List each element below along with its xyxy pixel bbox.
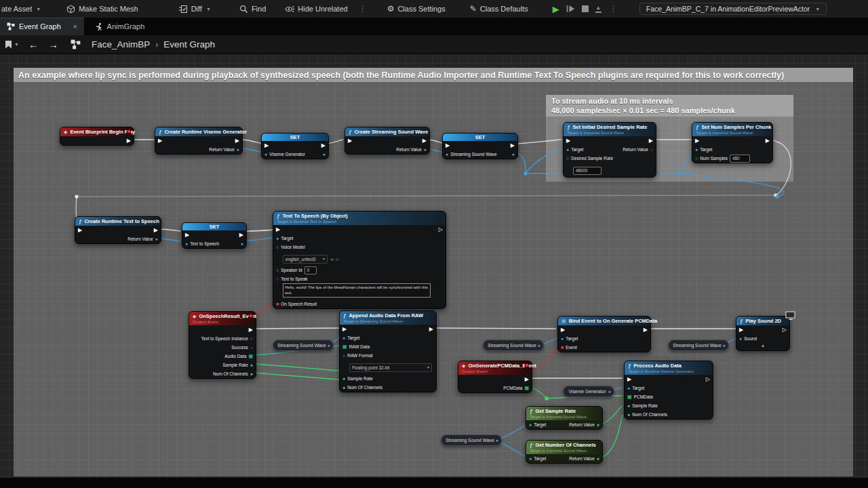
output-pin[interactable]: ● <box>608 389 611 394</box>
exec-pin[interactable]: ▶ <box>627 377 631 382</box>
value-field[interactable]: 480 <box>730 155 750 163</box>
pcmdata-pin[interactable]: ▦ <box>627 394 632 399</box>
return-value-pin[interactable]: ● <box>155 237 158 241</box>
exec-pin[interactable]: ▶ <box>276 227 280 232</box>
stream-comment-header[interactable]: To stream audio at 10 ms intervals 48,00… <box>546 95 793 117</box>
eject-button[interactable]: ▲ <box>595 5 601 13</box>
viseme-generator-get[interactable]: Viseme Generator● <box>563 386 614 397</box>
diff-button[interactable]: Diff▼ <box>172 0 218 18</box>
exec-pin[interactable]: ▶ <box>158 138 162 144</box>
exec-pin[interactable]: ● <box>241 241 243 246</box>
return-value-pin[interactable]: ● <box>424 147 427 152</box>
num-samples-pin[interactable]: ○ <box>695 156 698 161</box>
exec-pin[interactable]: ● <box>323 152 326 157</box>
streaming-sound-wave-get-3[interactable]: Streaming Sound Wave● <box>668 340 729 351</box>
return-value-pin[interactable]: ● <box>597 456 599 461</box>
raw-format-pin[interactable]: ○ <box>342 353 345 358</box>
event-pin[interactable]: ■ <box>561 345 564 350</box>
breadcrumb-root[interactable]: Face_AnimBP <box>92 39 150 49</box>
num-of-channels-pin[interactable]: ● <box>250 371 253 376</box>
num-of-channels-pin[interactable]: ● <box>627 412 630 417</box>
value-dropdown[interactable]: Floating point 32-bit▾ <box>349 363 432 372</box>
create-streaming-sound-wave[interactable]: ƒCreate Streaming Sound Wave▶▶Return Val… <box>344 127 430 155</box>
onspeechresult-event[interactable]: ◈OnSpeechResult_EventCustom Event▶Text t… <box>189 311 256 379</box>
get-number-of-channels[interactable]: ƒGet Number Of ChannelsTarget is Importe… <box>526 440 603 464</box>
play-sound-2d[interactable]: ƒPlay Sound 2D▶▷●Sound▾ <box>736 316 790 351</box>
get-sample-rate[interactable]: ƒGet Sample RateTarget is Imported Sound… <box>526 406 603 430</box>
skip-frame-button[interactable] <box>566 5 575 13</box>
exec-pin[interactable]: ▶ <box>348 138 352 144</box>
exec-pin[interactable]: ▶ <box>321 143 326 148</box>
exec-pin[interactable]: ▶ <box>78 228 82 233</box>
success-pin[interactable]: ● <box>250 345 253 350</box>
streaming-sound-wave-get-1[interactable]: Streaming Sound Wave● <box>273 340 334 351</box>
main-comment-header[interactable]: An example where lip sync is performed d… <box>14 68 853 82</box>
text-to-speech-by-object[interactable]: ƒText To Speech (By Object)Target is Run… <box>273 211 446 309</box>
voice-model-pin[interactable]: ○ <box>276 245 279 249</box>
delegate-pin[interactable] <box>525 363 529 367</box>
sample-rate-pin[interactable]: ● <box>342 376 345 381</box>
exec-pin[interactable]: ▶ <box>264 143 269 148</box>
sample-rate-pin[interactable]: ● <box>627 403 630 408</box>
text-to-speech-instance-pin[interactable]: ○ <box>250 336 253 341</box>
make-static-mesh-button[interactable]: Make Static Mesh <box>60 0 144 18</box>
playback-options-icon[interactable]: ⋮ <box>608 4 619 14</box>
value-dropdown[interactable]: english_unitedS▾ <box>283 255 328 264</box>
create-asset-button[interactable]: ate Asset▼ <box>0 0 47 18</box>
append-audio-data-from-raw[interactable]: ƒAppend Audio Data From RAWTarget is Str… <box>339 310 437 392</box>
exec-pin[interactable]: ▶ <box>235 138 239 144</box>
streaming-sound-wave-pin[interactable]: ● <box>446 152 448 157</box>
exec-pin[interactable]: ▶ <box>249 327 253 333</box>
ongeneratepcmdata-event[interactable]: ◈OnGeneratePCMData_EventCustom Event▶PCM… <box>458 361 532 393</box>
process-audio-data[interactable]: ƒProcess Audio DataTarget is Runtime Vis… <box>624 361 713 420</box>
set-initial-desired-sample-rate[interactable]: ƒSet Initial Desired Sample RateTarget i… <box>563 122 656 178</box>
streaming-sound-wave-get-4[interactable]: Streaming Sound Wave● <box>441 434 502 446</box>
text-to-speech-pin[interactable]: ● <box>185 241 188 246</box>
exec-pin[interactable]: ▶ <box>695 138 699 144</box>
hide-unrelated-button[interactable]: Hide Unrelated <box>278 0 354 18</box>
exec-pin[interactable]: ▶ <box>154 228 158 233</box>
exec-pin[interactable]: ▶ <box>127 138 131 144</box>
output-pin[interactable]: ● <box>496 438 498 443</box>
exec-pin[interactable]: ▶ <box>561 327 565 333</box>
class-settings-button[interactable]: ⚙ Class Settings <box>380 0 452 18</box>
exec-pin[interactable]: ▶ <box>429 327 433 332</box>
speaker-id-pin[interactable]: ○ <box>276 268 279 272</box>
stop-button[interactable] <box>582 5 589 12</box>
output-pin[interactable]: ● <box>328 343 330 348</box>
create-runtime-viseme-generator[interactable]: ƒCreate Runtime Viseme Generator▶▶Return… <box>155 127 243 155</box>
sample-rate-pin[interactable]: ● <box>250 363 253 367</box>
set-text-to-speech[interactable]: SET▶▶●Text to Speech● <box>182 222 247 249</box>
exec-pin[interactable]: ▶ <box>239 232 243 238</box>
create-runtime-text-to-speech[interactable]: ƒCreate Runtime Text to Speech▶▶Return V… <box>75 216 161 244</box>
exec-pin[interactable]: ▷ <box>783 327 787 333</box>
toolbar-overflow-icon[interactable]: ⋮ <box>355 4 371 14</box>
exec-pin[interactable]: ▷ <box>706 377 710 382</box>
exec-pin[interactable]: ▶ <box>644 327 648 333</box>
value-field[interactable]: 0 <box>304 266 317 274</box>
bind-event-to-on-generate-pcmdata[interactable]: ▦Bind Event to On Generate PCMData▶▶●Tar… <box>557 316 651 352</box>
exec-pin[interactable]: ▶ <box>566 138 570 144</box>
exec-pin[interactable]: ▶ <box>525 377 529 382</box>
play-button[interactable]: ▶ <box>553 4 559 14</box>
target-pin[interactable]: ● <box>276 236 279 241</box>
find-button[interactable]: Find <box>233 0 273 18</box>
pcmdata-pin[interactable]: ▦ <box>524 386 529 390</box>
on-speech-result-pin[interactable]: ■ <box>276 302 279 306</box>
event-blueprint-begin-play[interactable]: ◈Event Blueprint Begin Play▶ <box>60 127 134 146</box>
target-pin[interactable]: ● <box>695 147 698 152</box>
preview-actor-dropdown[interactable]: Face_AnimBP_C_7 in AnimationEditorPrevie… <box>639 3 827 15</box>
expand-node-chevron-icon[interactable]: ▾ <box>736 343 789 350</box>
exec-pin[interactable]: ▶ <box>422 138 427 144</box>
streaming-sound-wave-get-2[interactable]: Streaming Sound Wave● <box>483 340 544 351</box>
set-num-samples-per-chunk[interactable]: ƒSet Num Samples Per ChunkTarget is Impo… <box>692 122 773 163</box>
set-streaming-sound-wave[interactable]: SET▶▶●Streaming Sound Wave● <box>442 133 518 159</box>
exec-pin[interactable]: ● <box>512 152 515 157</box>
return-value-pin[interactable]: ● <box>650 147 653 152</box>
tab-anim-graph[interactable]: AnimGraph <box>88 18 152 35</box>
exec-pin[interactable]: ▶ <box>739 327 743 333</box>
exec-pin[interactable]: ▶ <box>342 327 347 332</box>
text-to-speak-textarea[interactable]: Hello, world! The lips of the MetaHuman … <box>283 283 431 298</box>
exec-pin[interactable]: ▶ <box>766 138 770 144</box>
delegate-pin[interactable] <box>249 314 253 318</box>
